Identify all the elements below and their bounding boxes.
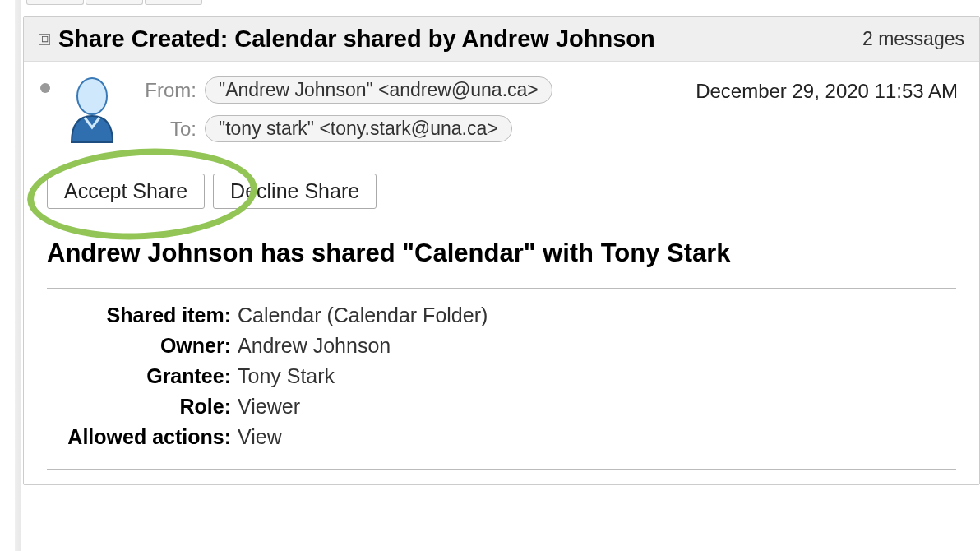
message-panel: ⊟ Share Created: Calendar shared by Andr… — [23, 16, 980, 485]
detail-shared-item: Shared item: Calendar (Calendar Folder) — [40, 303, 963, 327]
from-label: From: — [131, 79, 205, 102]
role-label: Role: — [40, 395, 238, 419]
to-label: To: — [131, 118, 205, 141]
grantee-label: Grantee: — [40, 364, 238, 388]
detail-allowed-actions: Allowed actions: View — [40, 425, 963, 449]
from-address[interactable]: "Andrew Johnson" <andrew@una.ca> — [205, 76, 552, 104]
collapse-toggle-icon[interactable]: ⊟ — [39, 34, 50, 45]
to-address[interactable]: "tony stark" <tony.stark@una.ca> — [205, 115, 512, 142]
sender-avatar-icon — [65, 76, 119, 155]
divider — [47, 469, 956, 470]
message-timestamp: December 29, 2020 11:53 AM — [696, 76, 963, 103]
share-heading: Andrew Johnson has shared "Calendar" wit… — [47, 238, 963, 268]
grantee-value: Tony Stark — [238, 364, 335, 388]
shared-item-label: Shared item: — [40, 303, 238, 327]
accept-share-button[interactable]: Accept Share — [47, 174, 205, 209]
allowed-actions-value: View — [238, 425, 282, 449]
decline-share-button[interactable]: Decline Share — [213, 174, 377, 209]
sidebar-edge — [15, 0, 21, 551]
role-value: Viewer — [238, 395, 300, 419]
svg-point-0 — [77, 78, 107, 114]
unread-indicator-icon — [40, 83, 50, 93]
share-actions: Accept Share Decline Share — [47, 174, 963, 209]
shared-item-value: Calendar (Calendar Folder) — [238, 303, 488, 327]
tab-strip-stub — [26, 0, 202, 8]
conversation-header: ⊟ Share Created: Calendar shared by Andr… — [24, 17, 979, 62]
conversation-subject: Share Created: Calendar shared by Andrew… — [58, 25, 655, 53]
header-fields: From: "Andrew Johnson" <andrew@una.ca> T… — [131, 76, 552, 154]
allowed-actions-label: Allowed actions: — [40, 425, 238, 449]
owner-label: Owner: — [40, 334, 238, 358]
message-body: From: "Andrew Johnson" <andrew@una.ca> T… — [24, 62, 979, 470]
divider — [47, 288, 956, 289]
detail-role: Role: Viewer — [40, 395, 963, 419]
message-header: From: "Andrew Johnson" <andrew@una.ca> T… — [40, 76, 963, 155]
message-count: 2 messages — [862, 28, 964, 50]
owner-value: Andrew Johnson — [238, 334, 391, 358]
detail-grantee: Grantee: Tony Stark — [40, 364, 963, 388]
detail-owner: Owner: Andrew Johnson — [40, 334, 963, 358]
